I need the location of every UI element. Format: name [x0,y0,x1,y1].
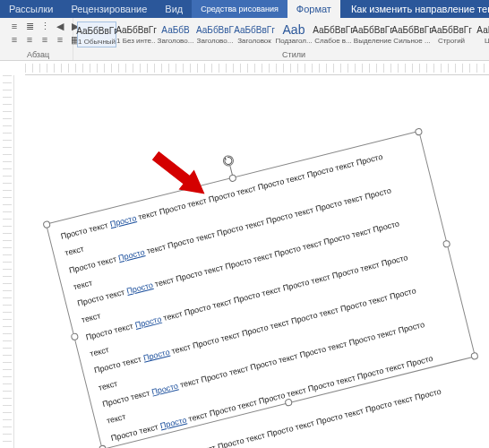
style-name: Сильное ... [393,37,430,45]
style-item[interactable]: АаБбВвГгСтрогий [432,22,471,46]
style-item[interactable]: AabПодзагол... [274,22,313,46]
title-bar: Рассылки Рецензирование Вид Средства рис… [0,0,489,18]
style-name: Слабое в... [314,37,352,45]
styles-group: АаБбВвГг1 ОбычныйАаБбВвГг1 Без инте...Аа… [73,18,489,60]
rotation-handle[interactable] [222,154,236,168]
numbering-button[interactable]: ≣ [22,20,37,32]
style-preview: АаБбВвГг [313,22,354,37]
style-name: Выделение [354,37,391,45]
style-item[interactable]: АаБбВвГгСильное ... [392,22,432,46]
align-left-button[interactable]: ≡ [7,33,21,46]
document-page[interactable]: Просто текст Просто текст Просто текст П… [14,75,489,448]
paragraph-group: ≡ ≣ ⋮ ◀ ▶ ≡ ≡ ≡ ≡ ▦ Абзац [4,18,73,60]
ribbon-tabs: Рассылки Рецензирование Вид Средства рис… [0,0,340,18]
style-name: 1 Без инте... [116,37,156,45]
style-item[interactable]: АаБбВвГг1 Без инте... [116,22,156,46]
resize-handle-sw[interactable] [99,444,107,448]
tab-format[interactable]: Формат [287,0,340,18]
style-preview: АаБбВвГг [76,23,117,38]
style-preview: АаБбВвГг [116,22,157,37]
style-name: Цит [485,37,489,45]
tab-view[interactable]: Вид [156,0,192,18]
style-preview: АаБбВвГг [352,22,393,37]
document-title: Как изменить направление текста в ворде … [351,4,489,14]
style-preview: АаБбВвГг [431,22,472,37]
style-name: Строгий [438,37,465,45]
style-preview: АаБбВвГг [234,22,275,37]
style-gallery[interactable]: АаБбВвГг1 ОбычныйАаБбВвГг1 Без инте...Аа… [77,20,489,47]
resize-handle-se[interactable] [470,352,479,361]
tab-drawing-tools[interactable]: Средства рисования [192,0,287,18]
resize-handle-w[interactable] [71,332,80,341]
style-item[interactable]: АаБбВвГг1 Обычный [77,22,116,47]
multilevel-button[interactable]: ⋮ [38,20,52,32]
bullets-button[interactable]: ≡ [7,20,21,32]
resize-handle-e[interactable] [442,239,451,248]
resize-handle-n[interactable] [228,174,237,183]
style-preview: Aab [283,22,305,37]
justify-button[interactable]: ≡ [53,33,67,46]
style-item[interactable]: АаБбВвГгВыделение [353,22,392,46]
style-name: Заголово... [158,37,194,45]
resize-handle-ne[interactable] [415,127,424,136]
style-item[interactable]: АаБбВвГЗаголово... [195,22,235,46]
style-name: Подзагол... [275,37,312,45]
style-preview: АаБбВвГг [391,22,433,37]
style-item[interactable]: АаБбВвГгСлабое в... [313,22,353,46]
style-preview: АаБбВ [476,22,489,37]
resize-handle-nw[interactable] [42,220,51,229]
ribbon: ≡ ≣ ⋮ ◀ ▶ ≡ ≡ ≡ ≡ ▦ Абзац АаБбВвГг1 Обыч… [0,18,489,61]
style-name: Заголово... [197,37,234,45]
paragraph-group-label: Абзац [7,50,69,60]
vertical-ruler[interactable] [0,75,14,448]
styles-group-label: Стили [77,50,489,60]
style-item[interactable]: АаБбВвГгЗаголовок [235,22,274,46]
style-item[interactable]: АаБбВЗаголово... [156,22,195,46]
style-name: Заголовок [237,37,271,45]
style-name: 1 Обычный [78,38,116,46]
decrease-indent-button[interactable]: ◀ [53,20,67,32]
style-preview: АаБбВ [161,22,189,37]
rotated-textbox[interactable]: Просто текст Просто текст Просто текст П… [46,131,476,448]
style-item[interactable]: АаБбВЦит [471,22,489,46]
align-right-button[interactable]: ≡ [38,33,52,46]
horizontal-ruler[interactable] [25,61,489,75]
align-center-button[interactable]: ≡ [22,33,37,46]
tab-mailings[interactable]: Рассылки [0,0,62,18]
tab-review[interactable]: Рецензирование [62,0,156,18]
style-preview: АаБбВвГ [196,22,234,37]
workspace: Просто текст Просто текст Просто текст П… [0,75,489,448]
